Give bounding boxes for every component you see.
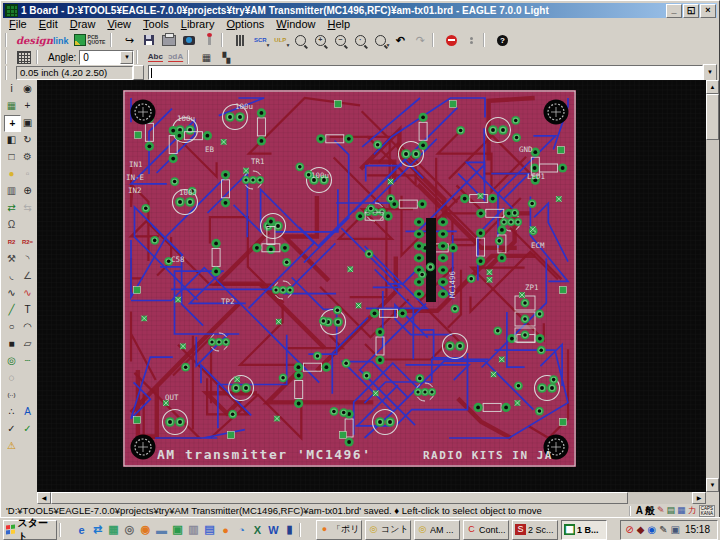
firefox-icon[interactable]: ● — [218, 522, 233, 537]
restore-button[interactable]: ◱ — [683, 4, 699, 18]
tool-auto[interactable]: A — [20, 404, 35, 419]
tool-dimension[interactable]: (··) — [4, 387, 19, 402]
vscroll-thumb[interactable] — [706, 94, 719, 140]
pin-window-button[interactable] — [199, 32, 219, 48]
text-normal-button[interactable]: Abc — [145, 49, 165, 65]
tool-show[interactable]: ◉ — [20, 81, 35, 96]
pad-style-1-button[interactable]: ▦ — [196, 49, 216, 65]
menu-view[interactable]: View — [101, 18, 137, 31]
tool-drc[interactable]: ✓ — [4, 421, 19, 436]
tool-rotate[interactable]: ↻ — [20, 132, 35, 147]
toolbar-grip[interactable] — [5, 66, 12, 80]
folder-icon[interactable]: ▣ — [170, 522, 185, 537]
computer-icon[interactable]: ▥ — [186, 522, 201, 537]
tool-wire[interactable]: ╱ — [4, 302, 19, 317]
text-mirror-button[interactable]: Abc — [165, 49, 185, 65]
ime-dict-icon[interactable]: ▤ — [666, 506, 675, 515]
start-button[interactable]: スタート — [3, 520, 57, 540]
undo-button[interactable]: ↶ — [390, 32, 410, 48]
close-button[interactable]: × — [700, 4, 716, 18]
menu-tools[interactable]: Tools — [137, 18, 175, 31]
tool-smash[interactable]: ⚒ — [4, 251, 19, 266]
zoom-in-button[interactable]: + — [310, 32, 330, 48]
toolbar-grip[interactable] — [483, 33, 490, 47]
tool-ripup[interactable]: ∿ — [20, 285, 35, 300]
shield-icon[interactable]: ◆ — [637, 525, 645, 535]
ime-mode[interactable]: A — [636, 505, 643, 516]
pcb-board[interactable]: IN1IN-EIN2OUTTP2EBTR1100u100u100J100uC58… — [123, 90, 576, 467]
outlook-icon[interactable]: ⇄ — [90, 522, 105, 537]
tool-warning[interactable]: ⚠ — [4, 438, 19, 453]
toolbar-grip[interactable] — [187, 50, 194, 64]
layer-settings-button[interactable] — [230, 32, 250, 48]
excel-icon[interactable]: X — [250, 522, 265, 537]
go-button[interactable] — [461, 32, 481, 48]
help-button[interactable]: ? — [492, 32, 512, 48]
tool-group[interactable]: □ — [4, 149, 19, 164]
tool-errors[interactable]: ✓ — [20, 421, 35, 436]
ime-kanji-mode[interactable]: 般 — [645, 504, 655, 518]
coord-splitter[interactable] — [133, 65, 144, 80]
zoom-fit-button[interactable] — [290, 32, 310, 48]
tool-arc[interactable]: ◠ — [20, 319, 35, 334]
notes-icon[interactable]: ▮ — [282, 522, 297, 537]
toolbar-grip[interactable] — [5, 50, 12, 64]
tool-name[interactable]: R2 — [4, 234, 19, 249]
tool-ratsnest[interactable]: ∴ — [4, 404, 19, 419]
vertical-scrollbar[interactable]: ▲ ▼ — [706, 80, 719, 492]
toolbar-grip[interactable] — [5, 33, 12, 47]
tool-info[interactable]: i — [4, 81, 19, 96]
zoom-select-button[interactable]: · — [350, 32, 370, 48]
tool-via[interactable]: ◎ — [4, 353, 19, 368]
search-icon[interactable]: ◎ — [122, 522, 137, 537]
ie-icon[interactable]: e — [74, 522, 89, 537]
tool-add[interactable]: ⊕ — [20, 183, 35, 198]
menu-library[interactable]: Library — [175, 18, 221, 31]
redo-button[interactable]: ↷ — [410, 32, 430, 48]
menu-window[interactable]: Window — [270, 18, 321, 31]
grid-button[interactable] — [14, 49, 34, 65]
title-bar[interactable]: 1 Board - D:¥TOOL5¥EAGLE-7.0.0¥projects¥… — [3, 3, 717, 18]
block-icon[interactable]: ⊘ — [625, 525, 633, 535]
print-button[interactable] — [159, 32, 179, 48]
designlink-logo[interactable]: designlink — [14, 35, 71, 46]
toolbar-grip[interactable] — [110, 33, 117, 47]
tool-delete[interactable]: ▥ — [4, 183, 19, 198]
scroll-down-icon[interactable]: ▼ — [706, 478, 719, 492]
tool-display[interactable]: ▦ — [4, 98, 19, 113]
tool-lock[interactable]: Ω — [4, 217, 19, 232]
scroll-up-icon[interactable]: ▲ — [706, 80, 719, 94]
zoom-out-button[interactable]: − — [330, 32, 350, 48]
toolbar-grip[interactable] — [36, 50, 43, 64]
stop-button[interactable] — [441, 32, 461, 48]
tool-pinswap[interactable]: ⇄ — [4, 200, 19, 215]
task-am-folder[interactable]: ◎AM ... — [414, 520, 460, 540]
open-button[interactable]: ↪ — [119, 32, 139, 48]
task-cont[interactable]: CCont... — [463, 520, 509, 540]
tool-signal[interactable]: ┄ — [20, 353, 35, 368]
tool-split[interactable]: ◟ — [4, 268, 19, 283]
task-firefox[interactable]: ●「ポリ... — [316, 520, 362, 540]
task-board[interactable]: ▦1 B... — [561, 520, 607, 540]
command-line[interactable] — [148, 65, 703, 80]
tool-change[interactable]: ⚙ — [20, 149, 35, 164]
command-input[interactable] — [152, 67, 702, 78]
desktop-icon[interactable]: ▬ — [154, 522, 169, 537]
tool-mark[interactable]: + — [20, 98, 35, 113]
ime-pad-icon[interactable]: ▦ — [677, 506, 686, 515]
menu-help[interactable]: Help — [321, 18, 356, 31]
word-icon[interactable]: W — [266, 522, 281, 537]
menu-draw[interactable]: Draw — [64, 18, 102, 31]
menu-edit[interactable]: Edit — [33, 18, 64, 31]
task-schematic[interactable]: S2 Sc... — [512, 520, 558, 540]
menu-file[interactable]: File — [3, 18, 33, 31]
scroll-left-icon[interactable]: ◀ — [37, 492, 51, 504]
pen-icon[interactable]: ✎ — [659, 525, 667, 535]
tool-miter[interactable]: ◝ — [20, 251, 35, 266]
zoom-redraw-button[interactable]: ▼ — [370, 32, 390, 48]
hscroll-thumb[interactable] — [51, 492, 628, 504]
run-script-button[interactable]: SCR▼ — [250, 32, 270, 48]
export-image-button[interactable] — [179, 32, 199, 48]
tool-value[interactable]: R2= — [20, 234, 35, 249]
photo-icon[interactable]: ▦ — [106, 522, 121, 537]
